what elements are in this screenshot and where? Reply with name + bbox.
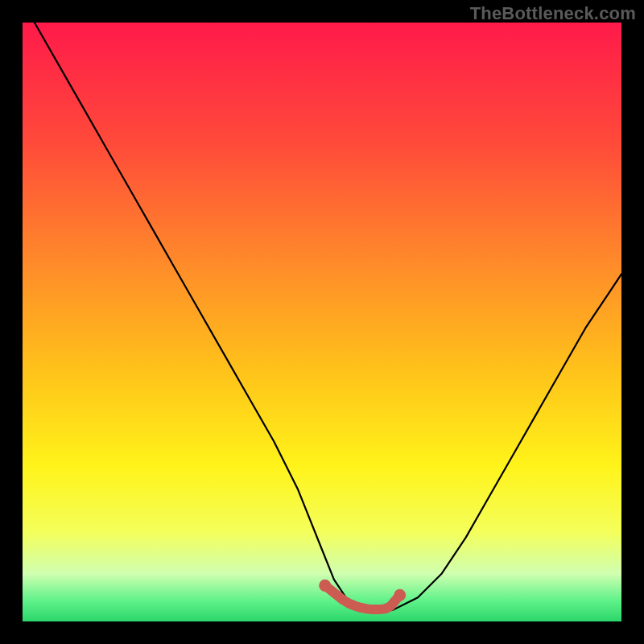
plot-area [23,23,621,621]
watermark-text: TheBottleneck.com [470,3,636,24]
gradient-background [23,23,621,621]
chart-svg [23,23,621,621]
chart-frame: TheBottleneck.com [0,0,644,644]
optimal-zone-endpoint [319,580,331,592]
optimal-zone-endpoint [394,589,406,601]
